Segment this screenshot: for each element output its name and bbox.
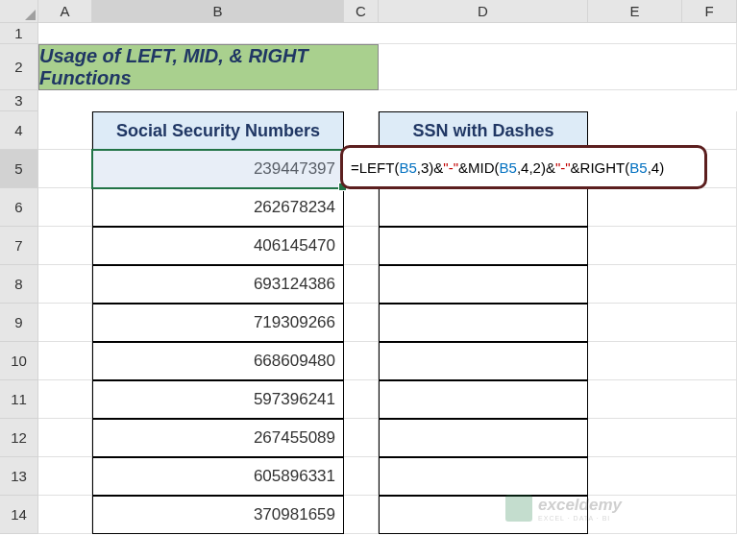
cell[interactable] — [588, 304, 737, 342]
row-header-4[interactable]: 4 — [0, 111, 38, 150]
col-header-f[interactable]: F — [682, 0, 737, 23]
row-header-12[interactable]: 12 — [0, 419, 38, 457]
cell[interactable] — [38, 227, 92, 265]
col-header-d[interactable]: D — [379, 0, 588, 23]
cell-d8[interactable] — [379, 265, 588, 304]
cell[interactable] — [379, 44, 737, 90]
row-header-9[interactable]: 9 — [0, 304, 38, 342]
cell[interactable] — [344, 419, 379, 457]
formula-ref: B5 — [500, 159, 517, 176]
ssn-header: Social Security Numbers — [92, 111, 344, 150]
row-header-8[interactable]: 8 — [0, 265, 38, 304]
row-header-2[interactable]: 2 — [0, 44, 38, 90]
cell-b7[interactable]: 406145470 — [92, 227, 344, 265]
formula-text: ) — [659, 159, 664, 176]
cell[interactable] — [38, 111, 92, 150]
cell-b14[interactable]: 370981659 — [92, 496, 344, 534]
cell-b9[interactable]: 719309266 — [92, 304, 344, 342]
row-header-13[interactable]: 13 — [0, 457, 38, 496]
cell[interactable] — [344, 380, 379, 419]
cell-b11[interactable]: 597396241 — [92, 380, 344, 419]
cell[interactable] — [38, 23, 737, 44]
watermark: exceldemy EXCEL · DATA · BI — [505, 495, 622, 522]
col-header-e[interactable]: E — [588, 0, 682, 23]
dashes-header: SSN with Dashes — [379, 111, 588, 150]
cell[interactable] — [344, 457, 379, 496]
formula-text: ,4 — [648, 159, 660, 176]
cell-b5[interactable]: 239447397 — [92, 150, 344, 188]
formula-left-fn: LEFT — [359, 159, 395, 176]
cell-b13[interactable]: 605896331 — [92, 457, 344, 496]
cell[interactable] — [344, 342, 379, 380]
row-header-5[interactable]: 5 — [0, 150, 38, 188]
col-header-b[interactable]: B — [92, 0, 344, 23]
cell[interactable] — [588, 265, 737, 304]
cell-d11[interactable] — [379, 380, 588, 419]
cell-d12[interactable] — [379, 419, 588, 457]
formula-right-fn: RIGHT — [580, 159, 626, 176]
cell[interactable] — [38, 342, 92, 380]
cell-b10[interactable]: 668609480 — [92, 342, 344, 380]
cell-b6[interactable]: 262678234 — [92, 188, 344, 227]
cell[interactable] — [38, 265, 92, 304]
cell[interactable] — [38, 150, 92, 188]
cell[interactable] — [344, 304, 379, 342]
cell[interactable] — [344, 188, 379, 227]
formula-text: ,3 — [417, 159, 430, 176]
cell[interactable] — [38, 496, 92, 534]
cell-d6[interactable] — [379, 188, 588, 227]
select-all-corner[interactable] — [0, 0, 38, 23]
cell[interactable] — [38, 188, 92, 227]
formula-text: & — [433, 159, 443, 176]
cell-d10[interactable] — [379, 342, 588, 380]
formula-text: & — [546, 159, 555, 176]
cell[interactable] — [344, 111, 379, 150]
row-header-10[interactable]: 10 — [0, 342, 38, 380]
cell-d13[interactable] — [379, 457, 588, 496]
cell[interactable] — [344, 227, 379, 265]
formula-text: & — [571, 159, 580, 176]
formula-text: = — [351, 159, 359, 176]
cell[interactable] — [588, 188, 737, 227]
col-header-a[interactable]: A — [38, 0, 92, 23]
cell[interactable] — [588, 227, 737, 265]
cell[interactable] — [38, 304, 92, 342]
row-header-3[interactable]: 3 — [0, 90, 38, 111]
row-header-6[interactable]: 6 — [0, 188, 38, 227]
formula-str: "-" — [443, 159, 458, 176]
watermark-main: exceldemy — [538, 496, 622, 515]
formula-ref: B5 — [399, 159, 416, 176]
formula-str: "-" — [555, 159, 571, 176]
row-header-1[interactable]: 1 — [0, 23, 38, 44]
col-header-c[interactable]: C — [344, 0, 379, 23]
watermark-sub: EXCEL · DATA · BI — [538, 515, 622, 522]
cell[interactable] — [588, 380, 737, 419]
row-header-7[interactable]: 7 — [0, 227, 38, 265]
formula-mid-fn: MID — [468, 159, 495, 176]
cell[interactable] — [38, 419, 92, 457]
cell[interactable] — [588, 342, 737, 380]
formula-overlay[interactable]: =LEFT(B5,3)&"-"&MID(B5,4,2)&"-"&RIGHT(B5… — [340, 145, 707, 189]
cell[interactable] — [38, 380, 92, 419]
cell[interactable] — [38, 457, 92, 496]
excel-icon — [505, 495, 532, 522]
cell-b8[interactable]: 693124386 — [92, 265, 344, 304]
cell-d7[interactable] — [379, 227, 588, 265]
formula-text: ,4,2 — [517, 159, 541, 176]
cell-d9[interactable] — [379, 304, 588, 342]
row-header-14[interactable]: 14 — [0, 496, 38, 534]
formula-text: & — [458, 159, 468, 176]
cell[interactable] — [344, 265, 379, 304]
formula-ref: B5 — [629, 159, 647, 176]
cell[interactable] — [344, 496, 379, 534]
cell-b12[interactable]: 267455089 — [92, 419, 344, 457]
cell[interactable] — [588, 457, 737, 496]
spreadsheet-grid: A B C D E F 1 2 Usage of LEFT, MID, & RI… — [0, 0, 737, 534]
cell[interactable] — [588, 111, 737, 150]
cell[interactable] — [588, 419, 737, 457]
row-header-11[interactable]: 11 — [0, 380, 38, 419]
title-banner: Usage of LEFT, MID, & RIGHT Functions — [38, 44, 379, 90]
